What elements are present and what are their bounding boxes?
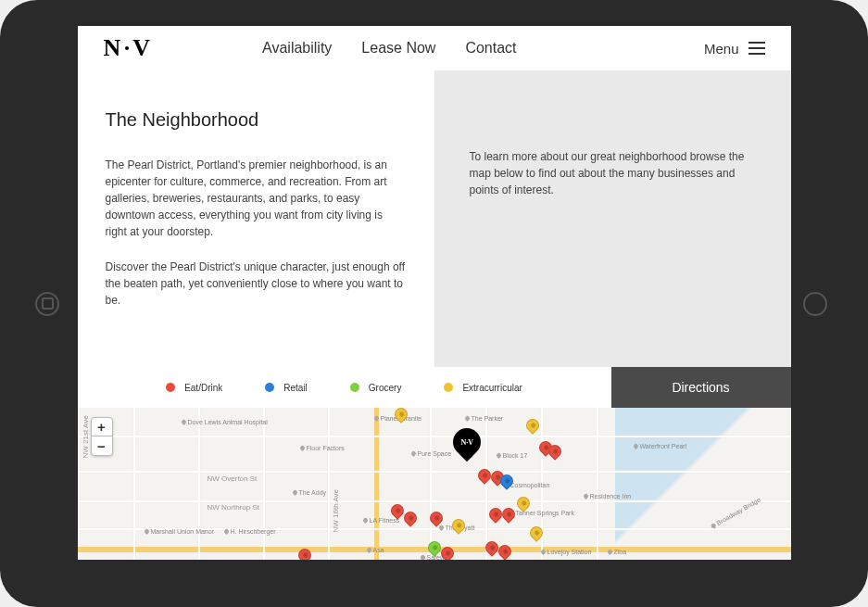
map-street [597, 408, 598, 560]
map-intro-text: To learn more about our great neighborho… [470, 148, 756, 198]
header: N V Availability Lease Now Contact Menu [78, 26, 791, 70]
legend-retail[interactable]: Retail [265, 383, 308, 393]
street-label: NW Overton St [208, 474, 258, 483]
logo-v: V [132, 34, 151, 62]
map-street [133, 408, 135, 560]
zoom-in-button[interactable]: + [92, 418, 112, 436]
map-zoom-controls: + − [91, 417, 113, 456]
device-home-button[interactable] [35, 292, 59, 316]
map-street [328, 408, 330, 560]
logo[interactable]: N V [104, 34, 152, 62]
map-pin-yellow[interactable] [449, 516, 468, 535]
street-label: NW 16th Ave [331, 489, 339, 533]
map-poi: Marshall Union Manor [145, 528, 214, 535]
map-pin-red[interactable] [499, 505, 518, 524]
yellow-dot-icon [444, 383, 453, 392]
map-poi: Lovejoy Station [541, 549, 592, 555]
logo-dot-icon [125, 46, 129, 50]
map-poi: H. Hirschberger [224, 528, 276, 535]
map-poi: The Parker [465, 415, 504, 422]
street-label: NW 21st Ave [81, 415, 89, 458]
map-road [374, 408, 379, 560]
legend-bar: Eat/Drink Retail Grocery Extracurricular… [78, 367, 791, 408]
content-area: The Neighborhood The Pearl District, Por… [78, 70, 791, 367]
intro-paragraph-2: Discover the Pearl District's unique cha… [106, 259, 407, 309]
nav-contact[interactable]: Contact [465, 40, 516, 57]
map-poi: LA Fitness [363, 517, 400, 524]
tablet-frame: N V Availability Lease Now Contact Menu … [0, 0, 868, 607]
map-poi: Tanner Springs Park [509, 510, 574, 516]
menu-button[interactable]: Menu [704, 41, 765, 57]
map-water [615, 408, 791, 560]
map-main-pin[interactable]: N·V [447, 423, 485, 462]
red-dot-icon [166, 383, 175, 392]
map-poi: Block 17 [497, 452, 528, 459]
legend-eat-drink[interactable]: Eat/Drink [166, 383, 222, 393]
page-title: The Neighborhood [106, 109, 407, 131]
map-poi: The Addy [293, 489, 327, 496]
app-screen: N V Availability Lease Now Contact Menu … [78, 26, 791, 560]
right-column: To learn more about our great neighborho… [434, 70, 791, 367]
map-street [78, 500, 791, 502]
map-poi: Floor Factors [300, 445, 345, 451]
street-label: NW Northrup St [208, 503, 259, 512]
map-street [263, 408, 265, 560]
nav-availability[interactable]: Availability [262, 40, 332, 57]
map-poi: Dove Lewis Animal Hospital [182, 419, 268, 425]
map-poi: Asa [367, 547, 384, 553]
map-poi: Ziba [608, 549, 627, 555]
legend-extracurricular[interactable]: Extracurricular [444, 383, 522, 393]
zoom-out-button[interactable]: − [92, 436, 112, 455]
map-poi: Residence Inn [584, 493, 632, 500]
left-column: The Neighborhood The Pearl District, Por… [78, 70, 434, 367]
logo-n: N [104, 34, 122, 62]
map-street [430, 408, 432, 560]
nav-lease-now[interactable]: Lease Now [361, 40, 435, 57]
hamburger-icon [748, 42, 765, 55]
intro-paragraph-1: The Pearl District, Portland's premier n… [106, 157, 407, 240]
map[interactable]: + − NW 21st Ave NW Overton St NW Northru… [78, 408, 791, 560]
map-street [78, 471, 791, 473]
map-legend: Eat/Drink Retail Grocery Extracurricular [78, 367, 611, 408]
device-camera [803, 292, 827, 316]
main-nav: Availability Lease Now Contact [262, 40, 516, 57]
map-poi: Pure Space [411, 450, 452, 457]
green-dot-icon [350, 383, 359, 392]
menu-label: Menu [704, 41, 739, 57]
map-street [198, 408, 200, 560]
directions-button[interactable]: Directions [611, 367, 791, 408]
legend-grocery[interactable]: Grocery [350, 383, 402, 393]
map-pin-yellow[interactable] [523, 416, 542, 435]
map-poi: Waterfront Pearl [634, 443, 687, 449]
blue-dot-icon [265, 383, 274, 392]
map-street [78, 436, 791, 437]
